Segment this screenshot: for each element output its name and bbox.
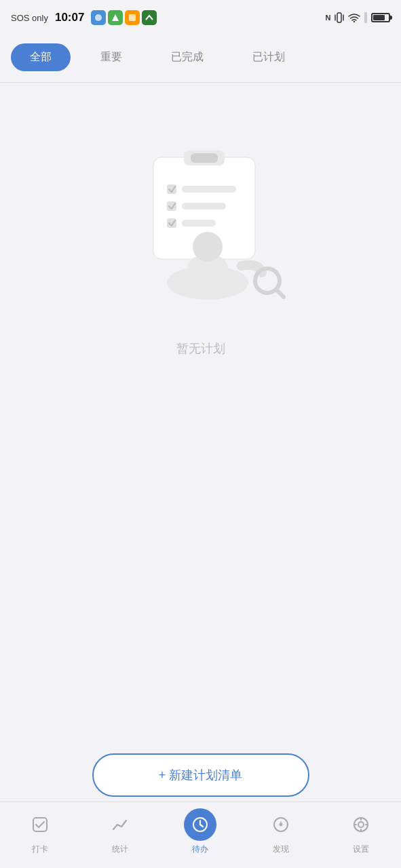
svg-point-19 (193, 232, 223, 262)
stats-icon (111, 816, 129, 833)
checkin-icon-wrap (24, 808, 56, 841)
settings-icon-wrap (345, 808, 377, 841)
tab-planned[interactable]: 已计划 (233, 43, 304, 71)
svg-rect-16 (182, 220, 216, 226)
nav-item-stats[interactable]: 统计 (100, 808, 140, 855)
discover-label: 发现 (273, 844, 289, 855)
stats-label: 统计 (112, 844, 128, 855)
top-tab-bar: 全部 重要 已完成 已计划 (0, 35, 401, 82)
empty-illustration (113, 123, 289, 313)
svg-point-6 (354, 21, 355, 22)
discover-icon-wrap (265, 808, 297, 841)
svg-line-21 (276, 290, 284, 297)
nav-item-checkin[interactable]: 打卡 (20, 808, 60, 855)
svg-rect-7 (364, 12, 367, 23)
svg-marker-1 (112, 14, 119, 21)
tab-important[interactable]: 重要 (81, 43, 141, 71)
status-bar: SOS only 10:07 N (0, 0, 401, 35)
nfc-icon: N (326, 14, 330, 22)
empty-text: 暂无计划 (176, 340, 225, 357)
main-content: 暂无计划 (0, 83, 401, 741)
settings-icon (352, 816, 370, 833)
sos-label: SOS only (11, 13, 48, 23)
bottom-nav: 打卡 统计 待办 发现 (0, 802, 401, 868)
stats-icon-wrap (104, 808, 136, 841)
compass-icon (272, 816, 290, 833)
nav-item-discover[interactable]: 发现 (261, 808, 301, 855)
svg-line-25 (200, 825, 203, 827)
checkin-icon (31, 816, 49, 833)
tab-done[interactable]: 已完成 (152, 43, 223, 71)
todo-icon-wrap (184, 808, 216, 841)
svg-point-28 (280, 823, 282, 826)
app-icons (91, 10, 157, 25)
app-icon-4 (142, 10, 157, 25)
empty-svg (113, 123, 289, 313)
svg-rect-14 (182, 203, 226, 210)
svg-rect-10 (191, 153, 218, 163)
clock-icon (191, 816, 209, 833)
battery-icon (371, 13, 390, 22)
app-icon-1 (91, 10, 106, 25)
svg-rect-3 (337, 13, 341, 22)
nav-item-settings[interactable]: 设置 (341, 808, 381, 855)
tab-all[interactable]: 全部 (11, 43, 71, 71)
svg-point-29 (358, 822, 364, 827)
add-plan-button[interactable]: + 新建计划清单 (92, 753, 309, 797)
add-button-wrap: + 新建计划清单 (92, 753, 309, 797)
todo-label: 待办 (192, 844, 208, 855)
status-right: N (326, 12, 390, 24)
time-label: 10:07 (55, 11, 84, 24)
signal-icon (364, 12, 367, 23)
nav-item-todo[interactable]: 待办 (180, 808, 221, 855)
app-icon-2 (108, 10, 123, 25)
checkin-label: 打卡 (32, 844, 48, 855)
wifi-icon (348, 13, 360, 22)
settings-label: 设置 (353, 844, 369, 855)
status-left: SOS only 10:07 (11, 10, 157, 25)
svg-point-0 (95, 14, 102, 21)
app-icon-3 (125, 10, 140, 25)
svg-rect-12 (182, 186, 236, 193)
vibrate-icon (335, 12, 344, 24)
svg-rect-2 (129, 14, 136, 21)
